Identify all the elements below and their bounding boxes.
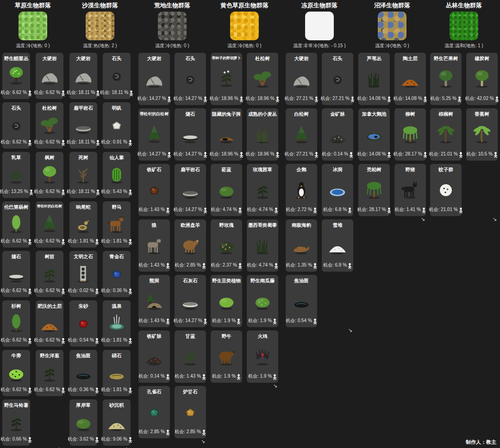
spawn-item-card[interactable]: 熊洞机会: 1.43 % xyxy=(138,275,170,327)
item-name: 秃柏树 xyxy=(367,167,381,173)
spawn-item-card[interactable]: 白松树机会: 27.21 % xyxy=(286,108,317,161)
spawn-item-card[interactable]: 炉甘石机会: 2.85 % xyxy=(175,386,206,438)
spawn-item-card[interactable]: 杜松树机会: 6.62 % xyxy=(36,102,63,149)
spawn-item-card[interactable]: 冰洞机会: 6.8 % xyxy=(322,164,353,216)
spawn-item-card[interactable]: 雪堆机会: 6.8 % xyxy=(322,219,353,272)
item-chance: 机会: 4.74 % xyxy=(211,206,237,213)
spawn-item-card[interactable]: 石头机会: 18.11 % xyxy=(103,53,131,99)
spawn-item-card[interactable]: 大硬岩机会: 27.21 % xyxy=(286,53,317,105)
item-chance: 机会: 18.96 % xyxy=(209,95,238,102)
resize-handle-icon[interactable]: ↘ xyxy=(138,438,206,444)
spawn-item-card[interactable]: 焦油斑机会: 0.54 % xyxy=(286,275,317,327)
spawn-item-card[interactable]: 枫树机会: 6.62 % xyxy=(36,152,63,198)
item-name: 狼 xyxy=(152,222,157,229)
spawn-item-card[interactable]: 明矾机会: 0.91 % xyxy=(103,102,131,149)
limestone-icon xyxy=(179,284,201,317)
spawn-item-card[interactable]: 文明之石机会: 0.02 % xyxy=(69,251,97,297)
spawn-item-card[interactable]: 石头机会: 6.62 % xyxy=(2,102,30,149)
spawn-item-card[interactable]: 石头机会: 27.21 % xyxy=(322,53,353,105)
spawn-item-card[interactable]: 野生马铃薯机会: 0.66 % xyxy=(2,399,30,446)
spawn-item-card[interactable]: 秃柏树机会: 28.17 % xyxy=(358,164,390,216)
spawn-item-card[interactable]: 青金石机会: 0.36 % xyxy=(103,251,131,297)
spawn-item-card[interactable]: 伦巴第杨树机会: 6.62 % xyxy=(2,201,30,248)
spawn-item-card[interactable]: 杜松树机会: 18.96 % xyxy=(247,53,278,105)
spawn-item-card[interactable]: 死树机会: 18.11 % xyxy=(69,152,97,198)
spawn-item-card[interactable]: 隐藏的兔子洞机会: 18.96 % xyxy=(211,108,242,161)
spawn-item-card[interactable]: 野生醋栗丛机会: 6.62 % xyxy=(2,53,30,99)
spawn-item-card[interactable]: 野牛机会: 1.9 % xyxy=(211,330,242,383)
spawn-item-card[interactable]: 野生南瓜藤机会: 1.9 % xyxy=(247,275,278,327)
spawn-item-card[interactable]: 砂沉积机会: 9.06 % xyxy=(103,399,131,446)
spawn-item-card[interactable]: 大硬岩机会: 18.11 % xyxy=(69,53,97,99)
spawn-item-card[interactable]: 硝石机会: 1.81 % xyxy=(103,350,131,396)
spawn-item-card[interactable]: 野猪机会: 1.41 % xyxy=(394,164,426,216)
spawn-item-card[interactable]: 香蕉树机会: 10.5 % xyxy=(466,108,498,161)
spawn-item-card[interactable]: 蚊子群机会: 21.01 % xyxy=(430,164,462,216)
item-chance: 机会: 1.43 % xyxy=(138,317,165,324)
spawn-item-card[interactable]: 大硬岩机会: 14.27 % xyxy=(138,53,170,105)
wild-onion-icon xyxy=(38,359,61,386)
spawn-item-card[interactable]: 带种子的野胡萝卜机会: 18.96 % xyxy=(211,53,242,105)
resize-handle-icon[interactable]: ↘ xyxy=(358,216,426,222)
spawn-item-card[interactable]: 朱砂机会: 0.54 % xyxy=(69,300,97,347)
item-chance: 机会: 1.9 % xyxy=(212,317,236,324)
spawn-item-card[interactable]: 玫瑰茜草机会: 4.74 % xyxy=(247,164,278,216)
spawn-item-card[interactable]: 扁平岩石机会: 14.27 % xyxy=(175,164,206,216)
item-chance-row: 机会: 1.9 % xyxy=(212,317,241,324)
resize-handle-icon[interactable]: ↘ xyxy=(430,216,498,222)
spawn-item-card[interactable]: 野马机会: 1.81 % xyxy=(103,201,131,248)
item-chance: 机会: 6.62 % xyxy=(34,386,60,393)
spawn-item-card[interactable]: 石灰石机会: 14.27 % xyxy=(175,275,206,327)
spawn-item-card[interactable]: 菘蓝机会: 4.74 % xyxy=(211,164,242,216)
spawn-item-card[interactable]: 肥沃的土层机会: 6.62 % xyxy=(36,300,63,347)
spawn-item-card[interactable]: 带松针的白松树机会: 14.27 % xyxy=(138,108,170,161)
spawn-item-card[interactable]: 焦油斑机会: 0.36 % xyxy=(69,350,97,396)
spawn-person-icon xyxy=(167,150,171,158)
spawn-item-card[interactable]: 杉树机会: 6.62 % xyxy=(2,300,30,347)
spawn-item-card[interactable]: 温泉机会: 1.81 % xyxy=(103,300,131,347)
spawn-item-card[interactable]: 野玫瑰机会: 2.37 % xyxy=(211,219,242,272)
resize-handle-icon[interactable]: ↘ xyxy=(211,383,278,389)
spawn-item-card[interactable]: 野生洋葱机会: 6.62 % xyxy=(36,350,63,396)
spawn-item-card[interactable]: 加拿大鹅池机会: 14.08 % xyxy=(358,108,390,161)
spawn-person-icon xyxy=(459,150,463,158)
spawn-item-card[interactable]: 棕榈树机会: 21.01 % xyxy=(430,108,462,161)
spawn-item-card[interactable]: 柳树机会: 28.17 % xyxy=(394,108,426,161)
spawn-item-card[interactable]: 仙人掌机会: 5.43 % xyxy=(103,152,131,198)
spawn-item-card[interactable]: 燧石机会: 14.27 % xyxy=(175,108,206,161)
spawn-item-card[interactable]: 牛蒡机会: 6.62 % xyxy=(2,350,30,396)
biome-title: 黄色草原生物群落 xyxy=(211,1,278,10)
spawn-item-card[interactable]: 金矿脉机会: 0.14 % xyxy=(322,108,353,161)
spawn-item-card[interactable]: 带松针的白松树机会: 6.62 % xyxy=(36,201,63,248)
spawn-item-card[interactable]: 孔雀石机会: 2.85 % xyxy=(138,386,170,438)
spawn-item-card[interactable]: 厚岸草机会: 3.62 % xyxy=(69,399,97,446)
spawn-item-card[interactable]: 成熟的小麦丛机会: 18.96 % xyxy=(247,108,278,161)
resize-handle-icon[interactable]: ↘ xyxy=(69,446,131,448)
resize-handle-icon[interactable]: ↘ xyxy=(2,446,63,448)
spawn-item-card[interactable]: 大硬岩机会: 6.62 % xyxy=(36,53,63,99)
spawn-item-card[interactable]: 野生芒果树机会: 5.25 % xyxy=(430,53,462,105)
spawn-item-card[interactable]: 南极海豹机会: 1.35 % xyxy=(286,219,317,272)
spawn-item-card[interactable]: 企鹅机会: 2.72 % xyxy=(286,164,317,216)
spawn-item-card[interactable]: 燧石机会: 6.62 % xyxy=(2,251,30,297)
spawn-item-card[interactable]: 响尾蛇机会: 1.81 % xyxy=(69,201,97,248)
spawn-item-card[interactable]: 墨西哥类蜀黍机会: 4.74 % xyxy=(247,219,278,272)
spawn-item-card[interactable]: 橡胶树机会: 42.02 % xyxy=(466,53,498,105)
spawn-item-card[interactable]: 石头机会: 14.27 % xyxy=(175,53,206,105)
spawn-item-card[interactable]: 火鸡机会: 1.9 % xyxy=(247,330,278,383)
spawn-item-card[interactable]: 欧洲盘羊机会: 2.85 % xyxy=(175,219,206,272)
biome-spawn-panel: 草原生物群落温度:冷(地热: 0 )野生醋栗丛机会: 6.62 %大硬岩机会: … xyxy=(0,0,500,448)
spawn-item-card[interactable]: 铁矿石机会: 1.43 % xyxy=(138,164,170,216)
spawn-item-card[interactable]: 甘蓝机会: 1.43 % xyxy=(175,330,206,383)
resize-handle-icon[interactable]: ↘ xyxy=(286,327,353,333)
spawn-item-card[interactable]: 芦苇丛机会: 14.08 % xyxy=(358,53,390,105)
item-name: 菘蓝 xyxy=(222,167,231,173)
spawn-item-card[interactable]: 野生豆类植物机会: 1.9 % xyxy=(211,275,242,327)
spawn-item-card[interactable]: 陶土层机会: 14.08 % xyxy=(394,53,426,105)
biome-temperature: 温度:热(地热: 2 ) xyxy=(69,43,131,49)
spawn-item-card[interactable]: 乳草机会: 13.25 % xyxy=(2,152,30,198)
spawn-item-card[interactable]: 铁矿脉机会: 0.14 % xyxy=(138,330,170,383)
spawn-item-card[interactable]: 扁平岩石机会: 18.11 % xyxy=(69,102,97,149)
spawn-item-card[interactable]: 树苗机会: 6.62 % xyxy=(36,251,63,297)
spawn-item-card[interactable]: 狼机会: 1.43 % xyxy=(138,219,170,272)
